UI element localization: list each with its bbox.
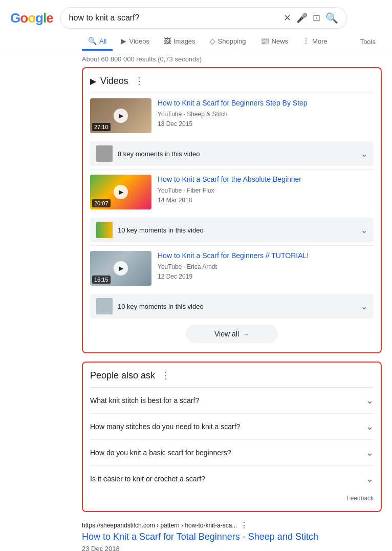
clear-icon[interactable]: ✕ <box>284 12 291 24</box>
result-menu-icon[interactable]: ⋮ <box>240 520 248 530</box>
shopping-icon: ◇ <box>210 37 215 45</box>
video-meta: YouTube · Fiber Flux 14 Mar 2018 <box>158 186 374 205</box>
tab-videos[interactable]: ▶ Videos <box>115 33 156 51</box>
paa-question-item[interactable]: How do you knit a basic scarf for beginn… <box>90 439 374 465</box>
section-header: ▶ Videos ⋮ <box>90 75 374 87</box>
video-title[interactable]: How to Knit a Scarf for the Absolute Beg… <box>158 175 374 184</box>
view-all-button[interactable]: View all → <box>186 325 278 343</box>
paa-question-item[interactable]: What knit stitch is best for a scarf? ⌄ <box>90 387 374 413</box>
result-date: 23 Dec 2018 <box>82 545 382 551</box>
feedback-row: Feedback <box>90 492 374 504</box>
video-duration: 20:07 <box>92 199 111 207</box>
result-url-row: https://sheepandstitch.com › pattern › h… <box>82 520 382 530</box>
chevron-down-icon: ⌄ <box>366 395 374 406</box>
video-title[interactable]: How to Knit a Scarf for Beginners // TUT… <box>158 251 374 260</box>
tools-button[interactable]: Tools <box>354 34 382 50</box>
key-moments-text: 10 key moments in this video <box>118 303 356 310</box>
key-moments-bar[interactable]: 8 key moments in this video ⌄ <box>90 141 374 166</box>
image-search-icon[interactable]: ⊡ <box>313 12 320 24</box>
chevron-down-icon: ⌄ <box>366 473 374 484</box>
organic-result: https://sheepandstitch.com › pattern › h… <box>82 520 382 551</box>
arrow-right-icon: → <box>242 330 249 338</box>
play-button[interactable]: ▶ <box>114 109 128 123</box>
chevron-down-icon: ⌄ <box>361 225 367 235</box>
chevron-down-icon: ⌄ <box>361 302 367 311</box>
section-title: Videos <box>100 76 128 87</box>
tab-all[interactable]: 🔍 All <box>82 33 113 51</box>
nav-tabs: 🔍 All ▶ Videos 🖼 Images ◇ Shopping 📰 New… <box>0 29 392 51</box>
section-menu-icon[interactable]: ⋮ <box>135 75 144 87</box>
paa-section: People also ask ⋮ What knit stitch is be… <box>82 362 382 512</box>
play-button[interactable]: ▶ <box>114 261 128 276</box>
key-moments-text: 10 key moments in this video <box>118 226 356 234</box>
video-meta: YouTube · Sheep & Stitch 18 Dec 2015 <box>158 110 374 129</box>
chevron-down-icon: ⌄ <box>361 149 367 159</box>
play-button[interactable]: ▶ <box>114 185 128 199</box>
tab-more[interactable]: ⋮ More <box>296 33 334 51</box>
video-duration: 16:15 <box>92 276 111 284</box>
search-input[interactable]: how to knit a scarf? <box>69 13 284 23</box>
paa-header: People also ask ⋮ <box>90 370 374 381</box>
paa-question-item[interactable]: Is it easier to knit or crochet a scarf?… <box>90 465 374 492</box>
video-thumbnail: ▶ 20:07 <box>90 175 151 209</box>
result-url: https://sheepandstitch.com › pattern › h… <box>82 522 237 529</box>
video-item: ▶ 16:15 How to Knit a Scarf for Beginner… <box>90 245 374 291</box>
video-info: How to Knit a Scarf for Beginners // TUT… <box>158 251 374 286</box>
key-moments-thumb <box>96 298 113 314</box>
search-bar[interactable]: how to knit a scarf? ✕ 🎤 ⊡ 🔍 <box>60 7 347 29</box>
result-title[interactable]: How to Knit a Scarf for Total Beginners … <box>82 531 382 543</box>
more-icon: ⋮ <box>302 37 310 45</box>
video-item: ▶ 20:07 How to Knit a Scarf for the Abso… <box>90 169 374 215</box>
videos-icon: ▶ <box>121 37 126 45</box>
images-icon: 🖼 <box>164 37 171 45</box>
google-logo: Google <box>10 10 53 26</box>
key-moments-thumb <box>96 145 113 162</box>
main-content: ▶ Videos ⋮ ▶ 27:10 How to Knit a Scarf f… <box>0 67 392 551</box>
key-moments-text: 8 key moments in this video <box>118 150 356 158</box>
tab-shopping[interactable]: ◇ Shopping <box>204 33 252 51</box>
videos-section: ▶ Videos ⋮ ▶ 27:10 How to Knit a Scarf f… <box>82 67 382 353</box>
key-moments-bar[interactable]: 10 key moments in this video ⌄ <box>90 218 374 242</box>
paa-title: People also ask <box>90 370 155 381</box>
video-meta: YouTube · Erica Arndt 12 Dec 2019 <box>158 262 374 282</box>
video-duration: 27:10 <box>92 123 111 131</box>
key-moments-bar[interactable]: 10 key moments in this video ⌄ <box>90 294 374 319</box>
chevron-down-icon: ⌄ <box>366 421 374 432</box>
video-title[interactable]: How to Knit a Scarf for Beginners Step B… <box>158 98 374 108</box>
video-item: ▶ 27:10 How to Knit a Scarf for Beginner… <box>90 93 374 138</box>
all-icon: 🔍 <box>88 37 97 45</box>
key-moments-thumb <box>96 222 113 238</box>
news-icon: 📰 <box>260 37 269 45</box>
results-info: About 60 800 000 results (0,73 seconds) <box>0 51 392 67</box>
video-thumbnail: ▶ 16:15 <box>90 251 151 286</box>
chevron-down-icon: ⌄ <box>366 447 374 458</box>
header: Google how to knit a scarf? ✕ 🎤 ⊡ 🔍 <box>0 0 392 29</box>
paa-menu-icon[interactable]: ⋮ <box>161 370 170 381</box>
video-info: How to Knit a Scarf for Beginners Step B… <box>158 98 374 133</box>
tab-news[interactable]: 📰 News <box>254 33 295 51</box>
tab-images[interactable]: 🖼 Images <box>158 33 202 51</box>
video-thumbnail: ▶ 27:10 <box>90 98 151 133</box>
search-button[interactable]: 🔍 <box>325 12 338 24</box>
paa-question-item[interactable]: How many stitches do you need to knit a … <box>90 413 374 439</box>
voice-search-icon[interactable]: 🎤 <box>296 12 308 24</box>
video-section-icon: ▶ <box>90 76 96 86</box>
video-info: How to Knit a Scarf for the Absolute Beg… <box>158 175 374 209</box>
feedback-label: Feedback <box>346 495 374 502</box>
